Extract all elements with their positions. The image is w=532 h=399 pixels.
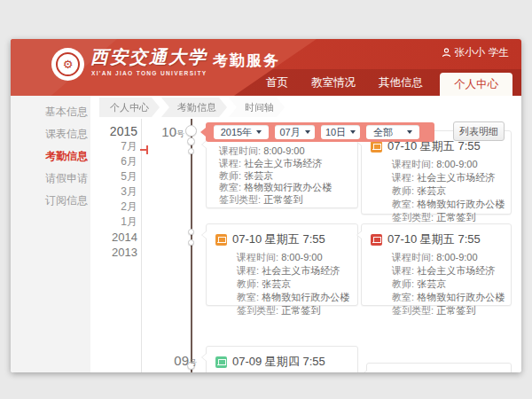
timeline-node	[188, 148, 194, 154]
card-header: 07-10 星期五 7:55	[232, 231, 325, 247]
timeline-node-day10[interactable]	[185, 125, 197, 137]
day-select[interactable]: 10日	[321, 125, 360, 139]
sidebar-item-basic-info[interactable]: 基本信息	[11, 101, 90, 123]
user-role: 学生	[489, 46, 509, 59]
index-month-jan[interactable]: 1月	[89, 215, 137, 230]
day-label-09: 09号	[161, 353, 197, 369]
index-year-2014[interactable]: 2014	[89, 230, 137, 245]
breadcrumb-attendance[interactable]: 考勤信息	[161, 98, 227, 117]
scope-select[interactable]: 全部	[366, 125, 419, 139]
card-header: 07-09 星期四 7:55	[232, 354, 325, 370]
timeline-index: 2015 7月 6月 5月 3月 2月 1月 2014 2013	[89, 124, 137, 260]
filter-bar: 2015年 07月 10日 全部	[206, 122, 434, 142]
sidebar-item-subscription[interactable]: 订阅信息	[11, 190, 90, 212]
status-absent-icon	[371, 234, 382, 246]
index-month-mar[interactable]: 3月	[89, 184, 137, 200]
index-year-2013[interactable]: 2013	[89, 245, 137, 260]
nav-item-classrooms[interactable]: 教室情况	[300, 75, 367, 90]
index-month-may[interactable]: 5月	[89, 169, 137, 184]
user-info[interactable]: 张小小 学生	[442, 46, 510, 59]
sidebar-item-leave-request[interactable]: 请假申请	[11, 168, 90, 190]
attendance-card-partial	[366, 363, 512, 372]
timeline-node	[187, 137, 195, 145]
status-normal-icon	[215, 356, 227, 368]
university-name: 西安交通大学	[90, 45, 207, 69]
index-month-jun[interactable]: 6月	[89, 154, 137, 169]
page-title: 考勤服务	[213, 51, 280, 71]
person-icon	[442, 48, 451, 58]
nav-item-personal-center[interactable]: 个人中心	[440, 73, 512, 96]
status-late-icon	[371, 141, 382, 153]
user-name: 张小小	[455, 46, 486, 59]
attendance-card: 07-09 星期四 7:55	[206, 346, 358, 372]
attendance-card: 07-10 星期五 7:55 课程时间: 8:00-9:00 课程: 社会主义市…	[361, 130, 512, 215]
breadcrumb: 个人中心 考勤信息 时间轴	[99, 98, 286, 119]
attendance-card: 07-10 星期五 7:55 课程时间: 8:00-9:00 课程: 社会主义市…	[206, 223, 358, 306]
card-header: 07-10 星期五 7:55	[387, 231, 481, 247]
index-month-feb[interactable]: 2月	[89, 200, 137, 215]
nav-item-other-info[interactable]: 其他信息	[367, 75, 434, 90]
month-select[interactable]: 07月	[275, 125, 315, 139]
university-name-en: XI'AN JIAO TONG UNIVERSITY	[91, 70, 207, 76]
sidebar: 基本信息 课表信息 考勤信息 请假申请 订阅信息	[11, 96, 90, 372]
day-label-10: 10号	[149, 124, 184, 140]
breadcrumb-timeline[interactable]: 时间轴	[229, 98, 285, 117]
chevron-down-icon	[256, 130, 262, 134]
attendance-card: 07-10 星期五 7:55 课程时间: 8:00-9:00 课程: 社会主义市…	[361, 223, 512, 306]
chevron-down-icon	[407, 130, 412, 134]
list-detail-button[interactable]: 列表明细	[453, 121, 505, 141]
nav-item-home[interactable]: 首页	[254, 75, 300, 90]
chevron-down-icon	[350, 130, 356, 134]
index-year-2015[interactable]: 2015	[89, 124, 137, 139]
app-window: 西安交通大学 XI'AN JIAO TONG UNIVERSITY 考勤服务 张…	[11, 39, 521, 372]
content-area: 基本信息 课表信息 考勤信息 请假申请 订阅信息 个人中心 考勤信息 时间轴 2…	[11, 96, 521, 372]
status-late-icon	[215, 234, 227, 246]
main-nav: 首页 教室情况 其他信息 个人中心	[254, 69, 512, 96]
attendance-card: 课程时间: 8:00-9:00 课程: 社会主义市场经济 教师: 张芸京 教室:…	[206, 133, 358, 208]
chevron-down-icon	[305, 130, 310, 134]
timeline-node	[188, 229, 194, 235]
index-month-jul[interactable]: 7月	[89, 139, 137, 154]
current-month-marker	[140, 149, 147, 151]
breadcrumb-personal-center[interactable]: 个人中心	[99, 98, 160, 117]
year-select[interactable]: 2015年	[214, 125, 269, 139]
university-logo-icon	[51, 48, 84, 81]
timeline-spine	[191, 119, 192, 372]
timeline-node	[188, 239, 194, 246]
app-header: 西安交通大学 XI'AN JIAO TONG UNIVERSITY 考勤服务 张…	[11, 39, 521, 96]
sidebar-item-schedule[interactable]: 课表信息	[11, 123, 90, 145]
sidebar-item-attendance[interactable]: 考勤信息	[11, 145, 90, 168]
index-divider	[141, 119, 142, 372]
